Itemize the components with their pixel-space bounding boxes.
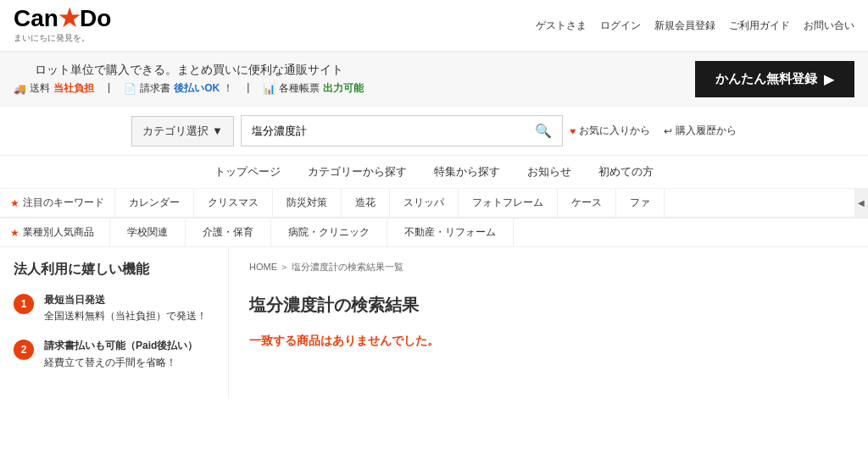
- header-actions: ♥ お気に入りから ↩ 購入履歴から: [570, 124, 737, 138]
- keyword-label: ★ 注目のキーワード: [0, 189, 115, 217]
- nav-category[interactable]: カテゴリーから探す: [308, 164, 407, 180]
- heart-icon: ♥: [570, 125, 576, 137]
- logo-sub: まいにちに発見を。: [14, 32, 111, 44]
- feature-report-highlight: 出力可能: [323, 81, 364, 96]
- feature-item-2: 2 請求書払いも可能（Paid後払い） 経費立て替えの手間を省略！: [14, 338, 214, 370]
- business-items: 学校関連 介護・保育 病院・クリニック 不動産・リフォーム: [110, 218, 514, 246]
- business-nav: ★ 業種別人気商品 学校関連 介護・保育 病院・クリニック 不動産・リフォーム: [0, 218, 868, 247]
- keyword-nav: ★ 注目のキーワード カレンダー クリスマス 防災対策 造花 スリッパ フォトフ…: [0, 189, 868, 218]
- register-link[interactable]: 新規会員登録: [654, 19, 715, 33]
- favorite-label: お気に入りから: [579, 124, 650, 138]
- main-content: HOME ＞ 塩分濃度計の検索結果一覧 塩分濃度計の検索結果 一致する商品はあり…: [229, 247, 868, 398]
- header-top: Can★Do まいにちに発見を。 ゲストさま ログイン 新規会員登録 ご利用ガイ…: [0, 0, 868, 52]
- search-icon: 🔍: [535, 124, 552, 138]
- business-star: ★: [10, 227, 19, 239]
- search-input-wrap: 🔍: [241, 115, 563, 146]
- favorite-link[interactable]: ♥ お気に入りから: [570, 124, 650, 138]
- keyword-item-6[interactable]: ケース: [558, 189, 616, 217]
- keyword-item-1[interactable]: クリスマス: [194, 189, 273, 217]
- register-btn-label: かんたん無料登録: [715, 71, 817, 87]
- keyword-item-0[interactable]: カレンダー: [115, 189, 194, 217]
- keyword-star: ★: [10, 197, 19, 209]
- feature-invoice-highlight: 後払いOK: [174, 81, 220, 96]
- keyword-label-text: 注目のキーワード: [23, 196, 104, 210]
- category-select[interactable]: カテゴリ選択 ▼: [131, 116, 234, 146]
- history-label: 購入履歴から: [676, 124, 737, 138]
- guest-label: ゲストさま: [536, 19, 587, 33]
- header-nav-links: ゲストさま ログイン 新規会員登録 ご利用ガイド お問い合い: [536, 19, 854, 33]
- keyword-item-5[interactable]: フォトフレーム: [459, 189, 558, 217]
- banner: ロット単位で購入できる。まとめ買いに便利な通販サイト 🚚 送料当社負担 | 📄 …: [0, 52, 868, 107]
- keyword-item-2[interactable]: 防災対策: [273, 189, 342, 217]
- banner-title: ロット単位で購入できる。まとめ買いに便利な通販サイト: [14, 63, 364, 78]
- keyword-nav-arrow[interactable]: ◀: [854, 189, 868, 217]
- no-result: 一致する商品はありませんでした。: [249, 334, 848, 349]
- business-item-2[interactable]: 病院・クリニック: [271, 218, 387, 246]
- search-button[interactable]: 🔍: [525, 116, 562, 146]
- category-label: カテゴリ選択: [142, 124, 209, 139]
- report-icon: 📊: [263, 83, 275, 95]
- business-item-0[interactable]: 学校関連: [110, 218, 186, 246]
- feature-item-1: 1 最短当日発送 全国送料無料（当社負担）で発送！: [14, 292, 214, 324]
- feature-text-2: 請求書払いも可能（Paid後払い） 経費立て替えの手間を省略！: [44, 338, 198, 370]
- feature-shipping-highlight: 当社負担: [53, 81, 94, 96]
- history-link[interactable]: ↩ 購入履歴から: [664, 124, 737, 138]
- banner-left: ロット単位で購入できる。まとめ買いに便利な通販サイト 🚚 送料当社負担 | 📄 …: [14, 63, 364, 96]
- feature-text-1: 最短当日発送 全国送料無料（当社負担）で発送！: [44, 292, 207, 324]
- sidebar-title: 法人利用に嬉しい機能: [14, 261, 214, 279]
- keyword-item-3[interactable]: 造花: [342, 189, 390, 217]
- logo-text: Can★Do: [14, 7, 111, 30]
- register-btn-arrow: ▶: [824, 72, 834, 87]
- banner-separator1: |: [108, 81, 110, 96]
- business-label-text: 業種別人気商品: [23, 225, 94, 240]
- feature-num-1: 1: [14, 294, 34, 314]
- search-result-title: 塩分濃度計の検索結果: [249, 294, 848, 317]
- logo-do: Do: [80, 5, 111, 31]
- feature-num-2: 2: [14, 340, 34, 360]
- history-icon: ↩: [664, 125, 672, 137]
- keyword-items: カレンダー クリスマス 防災対策 造花 スリッパ フォトフレーム ケース ファ: [115, 189, 854, 217]
- banner-feature-shipping: 🚚 送料当社負担: [14, 81, 94, 96]
- feature-strong-2: 請求書払いも可能（Paid後払い）: [44, 340, 198, 351]
- contact-link[interactable]: お問い合い: [804, 19, 854, 33]
- nav-feature[interactable]: 特集から探す: [434, 164, 500, 180]
- banner-feature-report: 📊 各種帳票出力可能: [263, 81, 364, 96]
- nav-first[interactable]: 初めての方: [598, 164, 654, 180]
- breadcrumb-home[interactable]: HOME: [249, 262, 277, 272]
- feature-invoice-prefix: 請求書: [140, 81, 170, 96]
- logo-can: Can: [14, 5, 58, 31]
- search-bar: カテゴリ選択 ▼ 🔍 ♥ お気に入りから ↩ 購入履歴から: [0, 107, 868, 156]
- feature-desc-2: 経費立て替えの手間を省略！: [44, 356, 176, 368]
- register-button[interactable]: かんたん無料登録 ▶: [695, 61, 854, 97]
- category-arrow: ▼: [212, 124, 223, 137]
- invoice-icon: 📄: [124, 83, 136, 95]
- breadcrumb: HOME ＞ 塩分濃度計の検索結果一覧: [249, 261, 848, 273]
- feature-desc-1: 全国送料無料（当社負担）で発送！: [44, 310, 207, 322]
- nav-news[interactable]: お知らせ: [527, 164, 571, 180]
- banner-separator2: |: [247, 81, 249, 96]
- banner-features: 🚚 送料当社負担 | 📄 請求書後払いOK！ | 📊 各種帳票出力可能: [14, 81, 364, 96]
- business-label: ★ 業種別人気商品: [0, 218, 110, 246]
- business-item-1[interactable]: 介護・保育: [186, 218, 271, 246]
- feature-report-prefix: 各種帳票: [279, 81, 320, 96]
- feature-shipping-prefix: 送料: [30, 81, 50, 96]
- business-item-3[interactable]: 不動産・リフォーム: [387, 218, 514, 246]
- logo-star: ★: [58, 5, 80, 31]
- content-area: 法人利用に嬉しい機能 1 最短当日発送 全国送料無料（当社負担）で発送！ 2 請…: [0, 247, 868, 398]
- main-nav: トップページ カテゴリーから探す 特集から探す お知らせ 初めての方: [0, 156, 868, 189]
- breadcrumb-current: 塩分濃度計の検索結果一覧: [292, 262, 403, 272]
- sidebar: 法人利用に嬉しい機能 1 最短当日発送 全国送料無料（当社負担）で発送！ 2 請…: [0, 247, 229, 398]
- keyword-item-4[interactable]: スリッパ: [390, 189, 459, 217]
- feature-invoice-suffix: ！: [223, 81, 233, 96]
- logo-area: Can★Do まいにちに発見を。: [14, 7, 111, 44]
- keyword-item-7[interactable]: ファ: [616, 189, 665, 217]
- breadcrumb-separator: ＞: [280, 262, 289, 272]
- feature-strong-1: 最短当日発送: [44, 294, 105, 306]
- guide-link[interactable]: ご利用ガイド: [729, 19, 790, 33]
- search-input[interactable]: [242, 118, 525, 144]
- login-link[interactable]: ログイン: [600, 19, 641, 33]
- banner-feature-invoice: 📄 請求書後払いOK！: [124, 81, 233, 96]
- truck-icon: 🚚: [14, 83, 26, 95]
- nav-top[interactable]: トップページ: [214, 164, 281, 180]
